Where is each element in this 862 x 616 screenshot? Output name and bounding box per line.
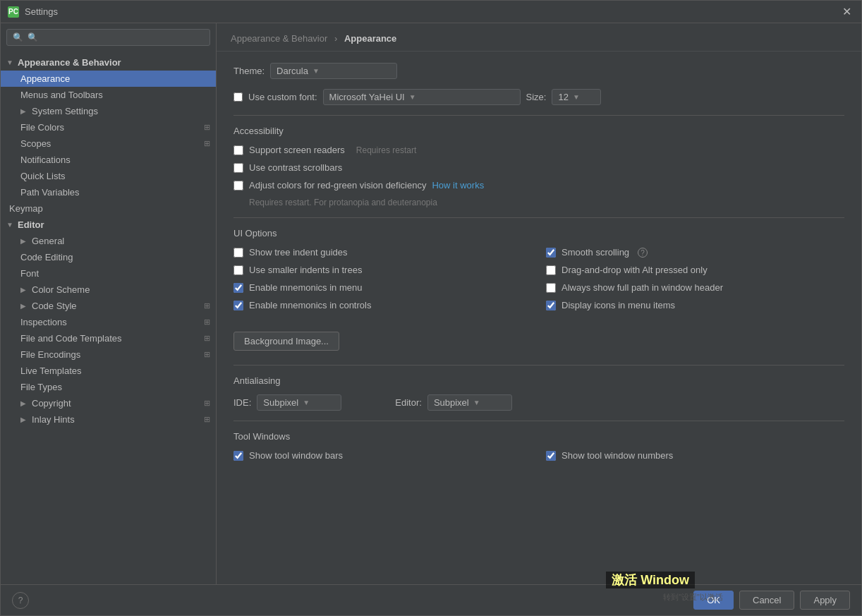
- full-path-label[interactable]: Always show full path in window header: [561, 282, 723, 293]
- requires-restart-note: Requires restart: [356, 145, 416, 155]
- mnemonics-controls-checkbox[interactable]: [233, 301, 243, 310]
- drag-drop-label[interactable]: Drag-and-drop with Alt pressed only: [561, 265, 708, 275]
- sidebar-item-menus-toolbars[interactable]: Menus and Toolbars: [1, 87, 216, 103]
- screen-readers-label[interactable]: Support screen readers: [249, 145, 345, 155]
- contrast-scrollbars-label[interactable]: Use contrast scrollbars: [249, 162, 342, 173]
- settings-icon: ⊞: [204, 318, 210, 327]
- sidebar-item-inlay-hints[interactable]: ▶ Inlay Hints ⊞: [1, 411, 216, 428]
- breadcrumb-separator: ›: [334, 33, 337, 44]
- search-box[interactable]: 🔍: [6, 29, 210, 46]
- dropdown-arrow-icon: ▼: [409, 93, 416, 101]
- apply-button[interactable]: Apply: [800, 591, 850, 610]
- background-image-button[interactable]: Background Image...: [233, 332, 339, 351]
- editor-antialiasing-dropdown[interactable]: Subpixel ▼: [427, 394, 512, 411]
- title-bar: PC Settings ✕: [1, 1, 861, 23]
- sidebar-item-appearance-behavior[interactable]: ▼ Appearance & Behavior: [1, 54, 216, 71]
- tree-indent-label[interactable]: Show tree indent guides: [249, 247, 347, 258]
- size-dropdown[interactable]: 12 ▼: [552, 89, 601, 105]
- sidebar-item-system-settings[interactable]: ▶ System Settings: [1, 103, 216, 119]
- show-bars-label[interactable]: Show tool window bars: [249, 450, 343, 461]
- how-it-works-link[interactable]: How it works: [432, 180, 484, 191]
- ide-antialiasing-dropdown[interactable]: Subpixel ▼: [257, 394, 341, 411]
- sidebar-item-path-variables[interactable]: Path Variables: [1, 184, 216, 200]
- chevron-right-icon: ▶: [20, 237, 29, 246]
- ui-options-title: UI Options: [233, 228, 844, 238]
- smooth-scrolling-row: Smooth scrolling ?: [546, 247, 844, 258]
- size-value: 12: [558, 92, 568, 102]
- search-input[interactable]: [28, 32, 204, 42]
- font-dropdown[interactable]: Microsoft YaHei UI ▼: [323, 89, 521, 105]
- settings-window: PC Settings ✕ 🔍 ▼ Appearance & Behavior …: [0, 0, 862, 616]
- display-icons-label[interactable]: Display icons in menu items: [561, 300, 675, 310]
- settings-icon: ⊞: [204, 123, 210, 132]
- drag-drop-row: Drag-and-drop with Alt pressed only: [546, 265, 844, 275]
- sidebar-item-inspections[interactable]: Inspections ⊞: [1, 314, 216, 330]
- red-green-checkbox[interactable]: [233, 181, 243, 191]
- breadcrumb-current: Appearance: [344, 33, 396, 44]
- settings-icon: ⊞: [204, 334, 210, 343]
- theme-dropdown[interactable]: Darcula ▼: [270, 63, 397, 79]
- show-bars-checkbox[interactable]: [233, 451, 243, 461]
- sidebar-item-editor[interactable]: ▼ Editor: [1, 217, 216, 233]
- sidebar-item-live-templates[interactable]: Live Templates: [1, 363, 216, 379]
- cancel-button[interactable]: Cancel: [739, 591, 794, 610]
- sidebar-item-notifications[interactable]: Notifications: [1, 152, 216, 168]
- dropdown-arrow-icon: ▼: [303, 399, 310, 406]
- mnemonics-menu-checkbox[interactable]: [233, 283, 243, 293]
- ui-options-left: Show tree indent guides Use smaller inde…: [233, 247, 532, 318]
- theme-label: Theme:: [233, 66, 265, 76]
- sidebar-item-quick-lists[interactable]: Quick Lists: [1, 168, 216, 184]
- smaller-indents-checkbox[interactable]: [233, 265, 243, 275]
- bottom-bar: ? 激活 Window 转到"设置"以激活 OK Cancel Apply: [1, 584, 861, 615]
- smaller-indents-row: Use smaller indents in trees: [233, 265, 532, 275]
- custom-font-label[interactable]: Use custom font:: [248, 92, 317, 102]
- drag-drop-checkbox[interactable]: [546, 265, 556, 275]
- divider2: [233, 217, 844, 218]
- screen-readers-checkbox[interactable]: [233, 145, 243, 155]
- sidebar-item-label: Live Templates: [20, 366, 81, 376]
- ok-button[interactable]: OK: [693, 591, 734, 610]
- sidebar-item-scopes[interactable]: Scopes ⊞: [1, 135, 216, 152]
- settings-icon: ⊞: [204, 139, 210, 148]
- smooth-scrolling-help-icon[interactable]: ?: [638, 248, 648, 258]
- sidebar-item-code-editing[interactable]: Code Editing: [1, 249, 216, 265]
- contrast-scrollbars-checkbox[interactable]: [233, 163, 243, 173]
- smaller-indents-label[interactable]: Use smaller indents in trees: [249, 265, 362, 275]
- sidebar-item-appearance[interactable]: Appearance: [1, 71, 216, 87]
- sidebar-item-label: Menus and Toolbars: [20, 90, 103, 100]
- mnemonics-controls-label[interactable]: Enable mnemonics in controls: [249, 300, 371, 310]
- sidebar-item-color-scheme[interactable]: ▶ Color Scheme: [1, 282, 216, 298]
- smooth-scrolling-label[interactable]: Smooth scrolling: [561, 247, 629, 258]
- ide-value: Subpixel: [263, 397, 298, 408]
- help-label: ?: [18, 596, 23, 605]
- full-path-checkbox[interactable]: [546, 283, 556, 293]
- mnemonics-menu-label[interactable]: Enable mnemonics in menu: [249, 282, 362, 293]
- smooth-scrolling-checkbox[interactable]: [546, 248, 556, 258]
- show-numbers-label[interactable]: Show tool window numbers: [561, 450, 673, 461]
- red-green-label[interactable]: Adjust colors for red-green vision defic…: [249, 180, 426, 191]
- sidebar-item-label: Editor: [18, 219, 44, 230]
- tree-indent-row: Show tree indent guides: [233, 247, 532, 258]
- chevron-right-icon: ▶: [20, 399, 29, 408]
- show-numbers-checkbox[interactable]: [546, 451, 556, 461]
- close-button[interactable]: ✕: [839, 5, 854, 18]
- sidebar-item-font[interactable]: Font: [1, 265, 216, 282]
- sidebar-item-file-code-templates[interactable]: File and Code Templates ⊞: [1, 330, 216, 346]
- sidebar-item-general[interactable]: ▶ General: [1, 233, 216, 249]
- sidebar-item-file-colors[interactable]: File Colors ⊞: [1, 119, 216, 135]
- sidebar-item-code-style[interactable]: ▶ Code Style ⊞: [1, 298, 216, 314]
- custom-font-checkbox[interactable]: [233, 92, 243, 102]
- chevron-right-icon: ▶: [20, 302, 29, 310]
- tree-indent-checkbox[interactable]: [233, 248, 243, 258]
- nav-tree: ▼ Appearance & Behavior Appearance Menus…: [1, 52, 216, 584]
- sidebar-item-file-types[interactable]: File Types: [1, 379, 216, 395]
- display-icons-checkbox[interactable]: [546, 301, 556, 310]
- sidebar-item-keymap[interactable]: Keymap: [1, 200, 216, 217]
- breadcrumb-parent[interactable]: Appearance & Behavior: [231, 33, 327, 44]
- sidebar-item-file-encodings[interactable]: File Encodings ⊞: [1, 346, 216, 363]
- help-button[interactable]: ?: [12, 592, 29, 609]
- ui-options-right: Smooth scrolling ? Drag-and-drop with Al…: [546, 247, 844, 318]
- sidebar-item-label: File and Code Templates: [20, 333, 122, 344]
- sidebar-item-copyright[interactable]: ▶ Copyright ⊞: [1, 395, 216, 411]
- app-icon: PC: [8, 6, 19, 18]
